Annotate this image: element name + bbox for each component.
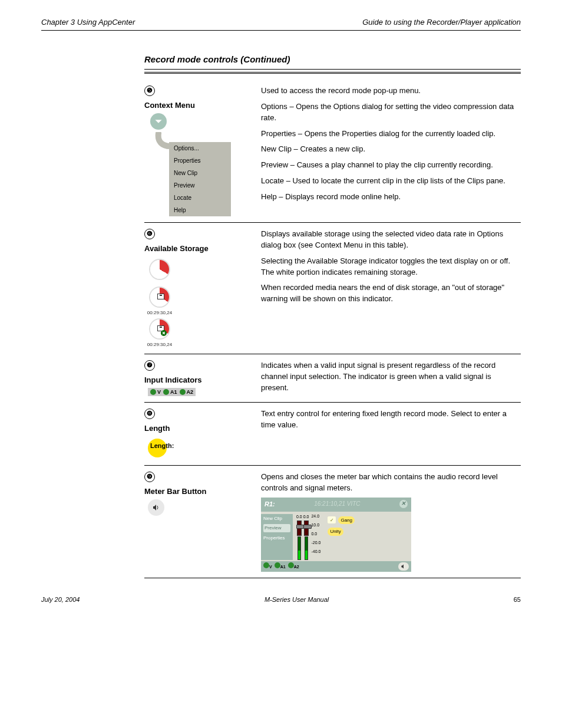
input-a1[interactable]: A1 — [163, 389, 177, 395]
desc-text: Displays available storage using the sel… — [261, 229, 521, 251]
index-8: ❽ — [144, 409, 155, 419]
panel-properties[interactable]: Properties — [263, 535, 290, 542]
input-v[interactable]: V — [150, 389, 161, 395]
row-context-menu: ❺ Context Menu Options... Properties New… — [144, 80, 521, 223]
meter-value: 0.0 — [296, 514, 302, 520]
menu-item-properties[interactable]: Properties — [169, 154, 231, 167]
row-length: ❽ Length Length: Text entry control for … — [144, 403, 521, 466]
panel-speaker-button[interactable] — [398, 562, 409, 571]
storage-pie-warning-icon[interactable] — [149, 318, 170, 340]
meter-bar-1 — [297, 536, 301, 560]
row-available-storage: ❻ Available Storage 00:29:30,24 00:29:30… — [144, 223, 521, 354]
footer-book: M-Series User Manual — [265, 596, 329, 603]
panel-title: R1: — [265, 500, 275, 509]
meter-bar-button[interactable] — [148, 499, 164, 516]
panel-preview[interactable]: Preview — [263, 524, 290, 532]
chevron-down-icon — [154, 117, 163, 126]
panel-timecode: 16:21:10,21 VITC — [314, 500, 360, 509]
meter-bar-panel: R1: 16:21:10,21 VITC ✕ New Clip Preview … — [261, 498, 411, 572]
menu-item-new-clip[interactable]: New Clip — [169, 167, 231, 179]
desc-text: Selecting the Available Storage indicato… — [261, 256, 521, 278]
gang-toggle[interactable]: ✓ Gang — [328, 516, 355, 525]
desc-text: Used to access the record mode pop-up me… — [261, 85, 521, 97]
speaker-icon — [401, 564, 406, 569]
length-label[interactable]: Length: — [150, 442, 174, 449]
control-name-context-menu: Context Menu — [144, 101, 250, 110]
footer-page: 65 — [514, 596, 521, 603]
chapter-title: Chapter 3 Using AppCenter — [41, 18, 135, 27]
foot-a2[interactable]: A2 — [288, 562, 299, 570]
index-5: ❺ — [144, 85, 155, 96]
speaker-icon — [152, 503, 160, 512]
menu-item-options[interactable]: Options... — [169, 142, 231, 154]
index-6: ❻ — [144, 229, 155, 239]
page-footer: July 20, 2004 M-Series User Manual 65 — [41, 596, 521, 603]
status-dot-icon — [163, 389, 169, 395]
storage-timecode: 00:29:30,24 — [144, 310, 175, 315]
warning-x-icon — [161, 330, 167, 336]
status-dot-icon — [288, 562, 294, 568]
desc-text: Text entry control for entering fixed le… — [261, 409, 521, 431]
row-input-indicators: ❼ Input Indicators V A1 A2 Indicates whe… — [144, 354, 521, 403]
desc-text: Options – Opens the Options dialog for s… — [261, 101, 521, 124]
arrow-icon — [150, 132, 174, 150]
check-icon: ✓ — [328, 516, 336, 523]
input-indicator-group: V A1 A2 — [148, 388, 196, 396]
meter-bar-2 — [305, 536, 308, 560]
meter-scale: 24.0 10.0 0.0 -20.0 -40.0 — [310, 514, 320, 554]
desc-text: Help – Displays record mode online help. — [261, 192, 521, 203]
desc-text: Locate – Used to locate the current clip… — [261, 176, 521, 187]
guide-title: Guide to using the Recorder/Player appli… — [362, 18, 521, 27]
desc-text: New Clip – Creates a new clip. — [261, 144, 521, 155]
desc-text: Indicates when a valid input signal is p… — [261, 360, 521, 394]
footer-date: July 20, 2004 — [41, 596, 80, 603]
status-dot-icon — [275, 562, 280, 568]
disk-icon — [157, 294, 164, 299]
desc-text: When recorded media nears the end of dis… — [261, 282, 521, 305]
input-a2[interactable]: A2 — [180, 389, 194, 395]
fader-2[interactable] — [304, 521, 309, 536]
storage-timecode: 00:29:30,24 — [144, 342, 175, 347]
desc-text: Opens and closes the meter bar which con… — [261, 472, 521, 494]
panel-close-button[interactable]: ✕ — [399, 500, 408, 508]
meter-value: 0.0 — [303, 514, 309, 520]
context-menu-button[interactable] — [150, 113, 167, 130]
index-9: ❾ — [144, 472, 155, 482]
row-meter-bar: ❾ Meter Bar Button Opens and closes the … — [144, 466, 521, 578]
panel-new-clip[interactable]: New Clip — [263, 515, 290, 522]
status-dot-icon — [180, 389, 186, 395]
foot-a1[interactable]: A1 — [275, 562, 286, 570]
storage-pie-disk-icon[interactable] — [149, 286, 170, 308]
double-rule — [144, 72, 521, 74]
menu-item-help[interactable]: Help — [169, 204, 231, 216]
menu-item-preview[interactable]: Preview — [169, 179, 231, 192]
desc-text: Properties – Opens the Properties dialog… — [261, 129, 521, 140]
status-dot-icon — [263, 562, 269, 568]
storage-pie-icon[interactable] — [149, 259, 170, 280]
unity-button[interactable]: Unity — [328, 528, 355, 536]
fader-1[interactable] — [297, 521, 302, 536]
context-menu: Options... Properties New Clip Preview L… — [169, 142, 231, 216]
control-name-input-indicators: Input Indicators — [144, 375, 250, 384]
menu-item-locate[interactable]: Locate — [169, 192, 231, 204]
audio-meters: 0.0 0.0 24.0 10.0 0.0 — [293, 514, 324, 560]
control-name-meter-bar: Meter Bar Button — [144, 487, 250, 496]
control-name-available-storage: Available Storage — [144, 244, 250, 253]
foot-v[interactable]: V — [263, 562, 272, 570]
section-title: Record mode controls (Continued) — [144, 54, 521, 70]
index-7: ❼ — [144, 360, 155, 371]
status-dot-icon — [150, 389, 156, 395]
desc-text: Preview – Causes a play channel to play … — [261, 160, 521, 171]
control-name-length: Length — [144, 424, 250, 433]
